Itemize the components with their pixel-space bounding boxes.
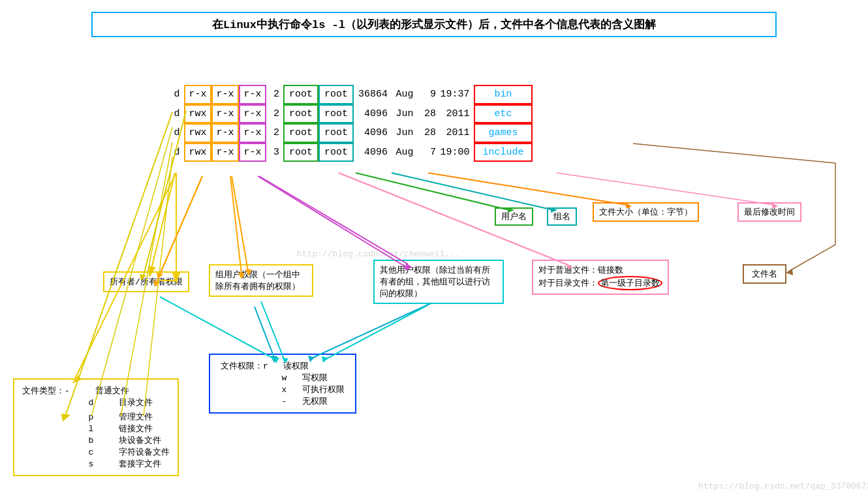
- links-3: 2: [266, 125, 283, 142]
- svg-line-23: [557, 173, 773, 205]
- svg-line-11: [255, 307, 274, 357]
- listing-row-4: d rwx r-x r-x 3 root root 4096 Aug 7 19:…: [170, 143, 533, 162]
- svg-line-27: [790, 245, 835, 271]
- perm3-3: r-x: [239, 123, 266, 143]
- user-4: root: [283, 143, 318, 162]
- watermark-1: http://blog.csdn.net/chenwei1...: [297, 249, 460, 259]
- perm3-1: r-x: [239, 85, 266, 104]
- size-4: 4096: [354, 144, 390, 161]
- perm1-4: rwx: [184, 143, 211, 162]
- group-perms-label: 组用户权限（一个组中除所有者拥有的权限）: [209, 264, 313, 297]
- svg-line-4: [150, 173, 175, 274]
- month-4: Aug: [390, 144, 419, 161]
- svg-line-42: [160, 297, 274, 359]
- size-2: 4096: [354, 106, 390, 123]
- groupname-label: 组名: [547, 207, 577, 226]
- time-1: 19:37: [436, 86, 474, 103]
- perm2-3: r-x: [211, 123, 239, 143]
- name-4: include: [474, 143, 533, 162]
- perm2-2: r-x: [211, 104, 239, 124]
- group-3: root: [318, 123, 354, 143]
- links-2: 2: [266, 106, 283, 123]
- perms-explanation: 文件权限：r 读权限 w 写权限 x 可执行权限 - 无权限: [209, 354, 356, 414]
- svg-line-13: [313, 303, 431, 357]
- user-2: root: [283, 104, 318, 124]
- svg-line-21: [428, 173, 627, 205]
- type-1: d: [170, 86, 184, 103]
- group-4: root: [318, 143, 354, 162]
- svg-line-44: [261, 301, 284, 359]
- size-3: 4096: [354, 125, 390, 142]
- size-1: 36864: [354, 86, 390, 103]
- svg-line-38: [232, 176, 248, 271]
- time-4: 19:00: [436, 144, 474, 161]
- perm1-1: r-x: [184, 85, 211, 104]
- group-1: root: [318, 85, 354, 104]
- perm2-4: r-x: [211, 143, 239, 162]
- username-label: 用户名: [495, 207, 533, 226]
- links-4: 3: [266, 144, 283, 161]
- filetype-explanation: 文件类型：- 普通文件 d 目录文件 p 管理文件 l 链接文件 b 块设备文件…: [13, 378, 179, 476]
- type-2: d: [170, 106, 184, 123]
- user-1: root: [283, 85, 318, 104]
- watermark-2: https://blog.csdn.net/qap_33700673: [698, 481, 868, 491]
- time-2: 2011: [436, 106, 474, 123]
- month-2: Jun: [390, 106, 419, 123]
- perm3-4: r-x: [239, 143, 266, 162]
- owner-perms-label: 所有者/所有者权限: [103, 271, 189, 292]
- svg-line-7: [230, 176, 241, 274]
- svg-line-15: [356, 173, 509, 210]
- day-1: 9: [419, 86, 436, 103]
- month-1: Aug: [390, 86, 419, 103]
- name-1: bin: [474, 85, 533, 104]
- svg-marker-28: [786, 269, 793, 275]
- month-3: Jun: [390, 125, 419, 142]
- type-4: d: [170, 144, 184, 161]
- user-3: root: [283, 123, 318, 143]
- file-listing: d r-x r-x r-x 2 root root 36864 Aug 9 19…: [170, 85, 533, 162]
- svg-line-5: [157, 176, 202, 282]
- title-text: 在Linux中执行命令ls -l（以列表的形式显示文件）后，文件中各个信息代表的…: [212, 19, 656, 31]
- group-2: root: [318, 104, 354, 124]
- perm2-1: r-x: [211, 85, 239, 104]
- svg-line-46: [326, 305, 427, 359]
- svg-line-36: [160, 176, 202, 274]
- listing-row-3: d rwx r-x r-x 2 root root 4096 Jun 28 20…: [170, 123, 533, 143]
- name-3: games: [474, 123, 533, 143]
- name-2: etc: [474, 104, 533, 124]
- svg-line-25: [633, 144, 835, 163]
- day-2: 28: [419, 106, 436, 123]
- perm1-2: rwx: [184, 104, 211, 124]
- links-1: 2: [266, 86, 283, 103]
- links-label: 对于普通文件：链接数 对于目录文件：第一级子目录数: [532, 260, 669, 295]
- listing-row-2: d rwx r-x r-x 2 root root 4096 Jun 28 20…: [170, 104, 533, 124]
- svg-line-29: [65, 112, 172, 416]
- day-3: 28: [419, 125, 436, 142]
- filesize-label: 文件大小（单位：字节）: [593, 202, 699, 222]
- time-3: 2011: [436, 125, 474, 142]
- other-perms-label: 其他用户权限（除过当前有所有者的组，其他组可以进行访问的权限）: [373, 260, 504, 304]
- listing-row-1: d r-x r-x r-x 2 root root 36864 Aug 9 19…: [170, 85, 533, 104]
- modtime-label: 最后修改时间: [737, 202, 801, 222]
- filename-label: 文件名: [743, 264, 786, 284]
- day-4: 7: [419, 144, 436, 161]
- type-3: d: [170, 125, 184, 142]
- perm3-2: r-x: [239, 104, 266, 124]
- svg-line-17: [392, 173, 553, 210]
- title-box: 在Linux中执行命令ls -l（以列表的形式显示文件）后，文件中各个信息代表的…: [91, 12, 777, 37]
- perm1-3: rwx: [184, 123, 211, 143]
